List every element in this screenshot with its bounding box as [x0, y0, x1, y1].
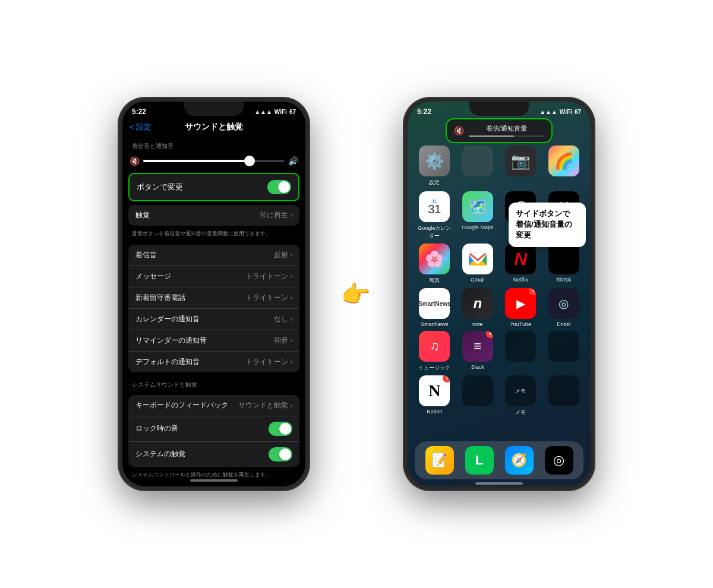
dock-line[interactable]: L: [465, 446, 494, 475]
row-default-sound[interactable]: デフォルトの通知音 トライトーン ›: [128, 352, 299, 372]
photos-icon: 🌸: [419, 244, 450, 274]
app-slack[interactable]: ≡ 6 Slack: [459, 331, 497, 372]
tooltip-balloon: サイドボタンで着信/通知音量の変更: [509, 203, 586, 247]
app-gcal[interactable]: 1131 Googleカレンダー: [416, 191, 453, 240]
colorful-icon: 🌈: [548, 146, 579, 176]
app-empty-5: [545, 375, 583, 416]
haptics-value: 常に再生 ›: [260, 210, 292, 220]
empty-icon-2: [505, 331, 536, 362]
gmail-icon: [462, 244, 493, 274]
app-tiktok[interactable]: ♪ TikTok: [545, 244, 583, 284]
headphone-section-label: ヘッドフォンオーディオ: [122, 482, 305, 486]
haptics-row[interactable]: 触覚 常に再生 ›: [128, 205, 299, 226]
hud-content: 着信/通知音量: [469, 124, 544, 137]
haptics-label: 触覚: [135, 210, 150, 220]
button-change-row[interactable]: ボタンで変更: [128, 173, 299, 201]
empty-icon-3: [548, 331, 579, 362]
app-memo[interactable]: メモ メモ: [502, 375, 540, 416]
dock-notes[interactable]: 📝: [425, 446, 454, 475]
notes-dock-icon: 📝: [425, 446, 454, 475]
app-colorful[interactable]: 🌈: [545, 146, 583, 186]
netflix-label: Netflix: [513, 277, 528, 283]
safari-dock-icon: 🧭: [505, 446, 534, 475]
ringtones-group: 着信音 反射 › メッセージ トライトーン › 新着留守番電話 トライトーン ›…: [128, 245, 299, 372]
notion-badge: 1: [443, 375, 450, 382]
volume-slider-track[interactable]: [143, 160, 285, 162]
app-gmail[interactable]: Gmail: [459, 244, 497, 284]
ringtone-section-label: 着信音と通知音: [122, 137, 305, 153]
status-icons-right: ▲▲▲ WiFi 67: [540, 109, 581, 115]
gcal-icon: 1131: [419, 191, 450, 222]
notch-right: [469, 102, 529, 116]
button-change-label: ボタンで変更: [137, 182, 183, 192]
music-label: ミュージック: [418, 364, 450, 372]
status-time-left: 5:22: [132, 108, 146, 116]
app-note[interactable]: n note: [459, 288, 497, 327]
app-endel[interactable]: ◎ Endel: [545, 288, 583, 327]
lock-sound-toggle[interactable]: [269, 422, 292, 436]
arrow-container: 👈: [333, 280, 380, 308]
empty-icon-4: [462, 375, 493, 406]
lock-sound-knob: [279, 423, 291, 435]
notion-label: Notion: [427, 409, 442, 415]
tiktok-label: TikTok: [556, 277, 572, 283]
photos-label: 写真: [429, 277, 440, 284]
system-group: キーボードのフィードバック サウンドと触覚 › ロック時の音 システムの触覚: [128, 395, 299, 467]
empty-icon-1: [462, 146, 493, 176]
volume-slider-area[interactable]: 🔇 🔊: [122, 153, 305, 169]
app-empty-2: [502, 331, 540, 372]
system-haptic-knob: [279, 448, 291, 460]
notch: [184, 102, 244, 116]
app-netflix[interactable]: N Netflix: [502, 244, 540, 284]
dock-safari[interactable]: 🧭: [505, 446, 534, 475]
youtube-label: YouTube: [510, 321, 531, 327]
system-haptic-toggle[interactable]: [269, 447, 292, 461]
row-voicemail[interactable]: 新着留守番電話 トライトーン ›: [128, 287, 299, 309]
volume-slider-thumb[interactable]: [244, 156, 255, 166]
app-camera[interactable]: 📷: [502, 146, 540, 186]
row-lock-sound[interactable]: ロック時の音: [128, 416, 299, 442]
app-maps[interactable]: 🗺️ Google Maps: [459, 191, 497, 240]
app-photos[interactable]: 🌸 写真: [416, 244, 453, 284]
home-indicator: [190, 479, 238, 482]
button-change-toggle[interactable]: [267, 180, 291, 194]
maps-label: Google Maps: [462, 225, 494, 230]
youtube-badge: 1: [529, 288, 536, 295]
dock-chatgpt[interactable]: ◎: [545, 446, 573, 475]
settings-nav: < 設定 サウンドと触覚: [122, 119, 305, 137]
signal-icon: ▲▲▲: [254, 109, 272, 115]
row-reminder[interactable]: リマインダーの通知音 和音 ›: [128, 330, 299, 352]
app-settings[interactable]: ⚙️ 設定: [416, 146, 453, 186]
left-phone: 5:22 ▲▲▲ WiFi 67 < 設定 サウンドと触覚 着信音と通知音 🔇 …: [119, 98, 309, 490]
hud-bar-fill: [469, 135, 514, 137]
dock: 📝 L 🧭 ◎: [415, 441, 583, 479]
settings-back-button[interactable]: < 設定: [130, 122, 152, 132]
volume-hud: 🔇 着信/通知音量: [446, 118, 553, 143]
row-calendar[interactable]: カレンダーの通知音 なし ›: [128, 309, 299, 330]
app-youtube[interactable]: ▶ 1 YouTube: [502, 288, 540, 327]
maps-icon: 🗺️: [462, 191, 493, 222]
home-indicator-right: [475, 482, 523, 485]
row-keyboard[interactable]: キーボードのフィードバック サウンドと触覚 ›: [128, 395, 299, 416]
row-system-haptic[interactable]: システムの触覚: [128, 442, 299, 467]
camera-icon: 📷: [505, 146, 536, 176]
smartnews-icon: SmartNews: [419, 288, 450, 319]
home-screen: 5:22 ▲▲▲ WiFi 67 🔇 着信/通知音量 サイドボタンで着信/通: [408, 102, 591, 486]
system-section-label: システムサウンドと触覚: [122, 376, 305, 391]
settings-app-icon: ⚙️: [419, 146, 450, 176]
row-message[interactable]: メッセージ トライトーン ›: [128, 266, 299, 287]
app-music[interactable]: ♫ ミュージック: [416, 331, 453, 372]
smartnews-label: SmartNews: [421, 321, 449, 327]
youtube-icon: ▶ 1: [505, 288, 536, 319]
empty-icon-5: [548, 375, 579, 406]
settings-app-label: 設定: [429, 179, 440, 186]
endel-icon: ◎: [548, 288, 579, 319]
battery-icon-right: 67: [575, 109, 581, 115]
wifi-icon-right: WiFi: [560, 109, 572, 115]
app-empty-3: [545, 331, 583, 372]
slack-icon: ≡ 6: [462, 331, 493, 362]
row-ringtone[interactable]: 着信音 反射 ›: [128, 245, 299, 266]
app-smartnews[interactable]: SmartNews SmartNews: [416, 288, 453, 327]
gmail-label: Gmail: [471, 277, 485, 283]
app-notion[interactable]: N 1 Notion: [416, 375, 453, 416]
